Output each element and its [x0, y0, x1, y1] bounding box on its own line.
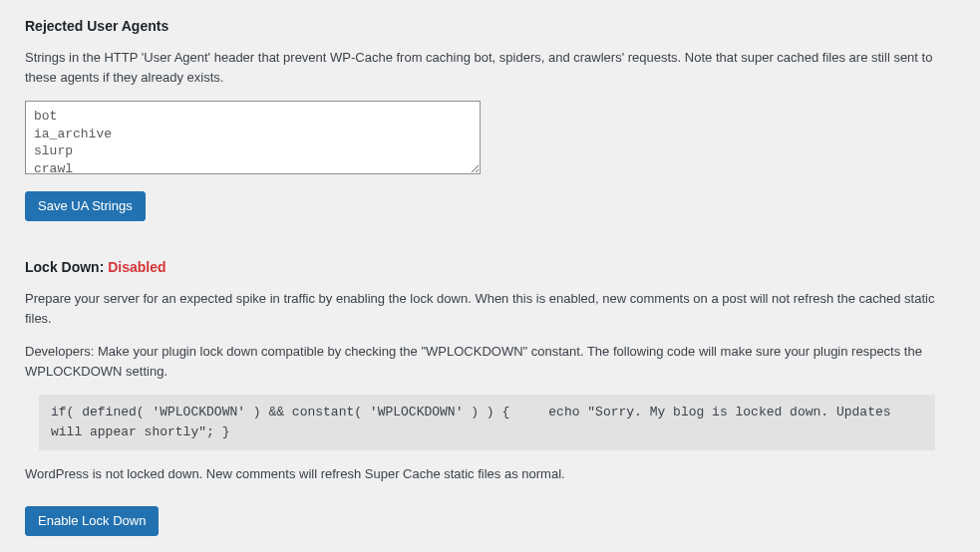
rejected-ua-description: Strings in the HTTP 'User Agent' header …	[25, 48, 955, 87]
rejected-ua-heading: Rejected User Agents	[25, 18, 955, 34]
lockdown-description-2: Developers: Make your plugin lock down c…	[25, 342, 955, 381]
lockdown-status: Disabled	[108, 259, 165, 275]
lockdown-heading: Lock Down: Disabled	[25, 259, 955, 275]
lockdown-description-1: Prepare your server for an expected spik…	[25, 289, 955, 328]
enable-lockdown-button[interactable]: Enable Lock Down	[25, 506, 159, 536]
lockdown-description-3: WordPress is not locked down. New commen…	[25, 464, 955, 484]
lockdown-heading-prefix: Lock Down:	[25, 259, 108, 275]
rejected-ua-textarea[interactable]	[25, 101, 481, 174]
save-ua-strings-button[interactable]: Save UA Strings	[25, 191, 146, 221]
lockdown-code-sample: if( defined( 'WPLOCKDOWN' ) && constant(…	[39, 395, 935, 450]
ua-textarea-wrapper	[25, 101, 481, 177]
